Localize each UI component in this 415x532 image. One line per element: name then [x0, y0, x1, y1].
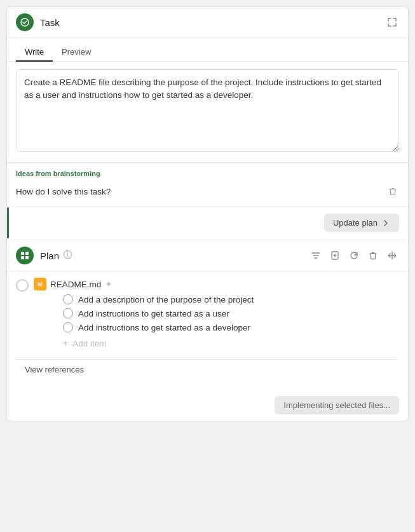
subtask-circle-3: [63, 322, 73, 332]
tab-write[interactable]: Write: [16, 43, 53, 62]
move-icon[interactable]: [385, 249, 399, 263]
add-item-row[interactable]: + Add item: [34, 338, 399, 349]
plan-title: Plan: [40, 250, 59, 261]
status-badge: Implementing selected files...: [275, 396, 399, 414]
update-plan-section: Update plan: [7, 207, 408, 238]
file-move-icon[interactable]: ✦: [105, 279, 112, 289]
ideas-section: Ideas from brainstorming How do I solve …: [7, 163, 408, 207]
page-title: Task: [40, 17, 385, 28]
file-name: README.md: [50, 280, 101, 289]
header: Task: [7, 7, 408, 38]
idea-item: How do I solve this task?: [16, 182, 399, 200]
subtask-list: Add a description of the purpose of the …: [34, 294, 399, 332]
subtask-text-3: Add instructions to get started as a dev…: [78, 323, 250, 332]
plan-header: Plan: [7, 240, 408, 271]
filter-icon[interactable]: [309, 249, 323, 263]
info-icon[interactable]: [63, 250, 72, 261]
file-type-badge: M: [34, 278, 46, 290]
add-file-icon[interactable]: [328, 249, 342, 263]
svg-rect-4: [25, 256, 29, 259]
subtask-circle-2: [63, 308, 73, 318]
plan-actions: [309, 249, 399, 263]
tabs-bar: Write Preview: [7, 38, 408, 62]
subtask-circle-1: [63, 294, 73, 304]
plan-icon: [16, 247, 34, 264]
subtask-item-3: Add instructions to get started as a dev…: [63, 322, 399, 332]
svg-rect-2: [25, 252, 29, 255]
tab-preview[interactable]: Preview: [53, 43, 100, 62]
textarea-section: // Set textarea value from JSON after re…: [7, 62, 408, 162]
file-status-circle: [16, 279, 29, 292]
delete-idea-button[interactable]: [386, 185, 399, 198]
file-details: M README.md ✦ Add a description of the p…: [34, 278, 399, 349]
add-item-label: Add item: [72, 339, 106, 348]
trash-icon[interactable]: [366, 249, 380, 263]
subtask-item-2: Add instructions to get started as a use…: [63, 308, 399, 318]
main-panel: Task Write Preview // Set textarea value…: [6, 6, 409, 421]
svg-rect-1: [21, 252, 24, 255]
task-icon: [16, 13, 34, 31]
plus-icon: +: [63, 338, 69, 349]
subtask-item-1: Add a description of the purpose of the …: [63, 294, 399, 304]
svg-rect-3: [21, 256, 24, 259]
refresh-icon[interactable]: [347, 249, 361, 263]
bottom-bar: Implementing selected files...: [7, 390, 408, 421]
update-plan-label: Update plan: [333, 218, 378, 228]
update-plan-button[interactable]: Update plan: [324, 214, 399, 232]
file-name-row: M README.md ✦: [34, 278, 399, 290]
expand-icon[interactable]: [385, 15, 399, 29]
subtask-text-1: Add a description of the purpose of the …: [78, 295, 254, 304]
ideas-label: Ideas from brainstorming: [16, 170, 399, 177]
accent-bar: [7, 207, 9, 238]
task-description-input[interactable]: [16, 69, 399, 152]
subtask-text-2: Add instructions to get started as a use…: [78, 309, 229, 318]
idea-text: How do I solve this task?: [16, 187, 386, 196]
header-actions: [385, 15, 399, 29]
plan-content: M README.md ✦ Add a description of the p…: [7, 271, 408, 390]
view-references[interactable]: View references: [16, 359, 399, 379]
file-item: M README.md ✦ Add a description of the p…: [16, 278, 399, 349]
